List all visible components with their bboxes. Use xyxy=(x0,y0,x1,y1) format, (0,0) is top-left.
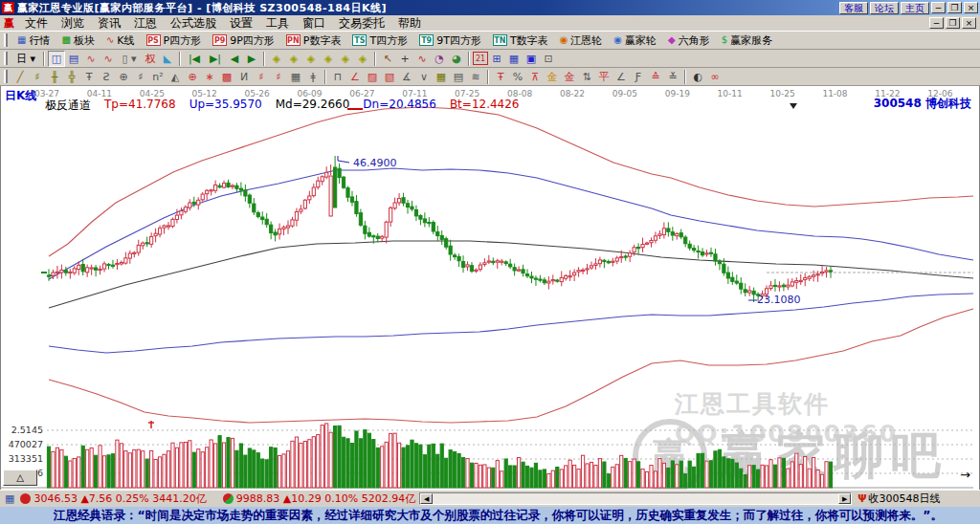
toolbar-button-pn[interactable]: PNP数字表 xyxy=(280,32,347,49)
info-panel-button-icon[interactable]: ▤ xyxy=(65,51,82,67)
pointer-tool-button-icon[interactable]: ↖ xyxy=(379,51,396,67)
toolbar-button-hexagon[interactable]: ◆六角形 xyxy=(662,32,716,49)
menu-6[interactable]: 工具 xyxy=(259,16,296,30)
scroll-right-arrow-icon[interactable]: → xyxy=(960,468,970,482)
menu-5[interactable]: 设置 xyxy=(223,16,259,30)
zoom-wide-button-icon[interactable]: ◈ xyxy=(320,51,337,67)
menu-3[interactable]: 江恩 xyxy=(127,16,164,30)
quote-grid-icon[interactable]: ▦ xyxy=(5,492,14,505)
fence-tool-icon[interactable]: ǂ xyxy=(304,69,322,85)
triangle-tool-icon[interactable]: ◭ xyxy=(167,69,184,85)
shade-tool-1-icon[interactable]: ▨ xyxy=(364,69,381,85)
minimize-button[interactable]: − xyxy=(931,2,946,13)
toolbar-button-service[interactable]: $赢家服务 xyxy=(716,32,778,49)
menu-1[interactable]: 浏览 xyxy=(55,16,91,30)
n-wave-tool-icon[interactable]: И xyxy=(235,69,253,85)
period-daily-dropdown-icon[interactable]: 日 ▾ xyxy=(11,51,40,67)
volume-panel-toggle-button[interactable]: △ xyxy=(3,469,37,486)
toolbar-grip[interactable] xyxy=(4,33,8,47)
gann-tool-button-icon[interactable]: ◔ xyxy=(431,51,448,67)
parallel-tool-icon[interactable]: 平 xyxy=(595,69,612,85)
chart-style-button-icon[interactable]: ◫ xyxy=(48,51,65,67)
toolbar-button-ts[interactable]: TST四方形 xyxy=(346,32,413,49)
zoom-right-button-icon[interactable]: ◈ xyxy=(285,51,302,67)
child-minimize-button[interactable]: − xyxy=(929,17,944,29)
forum-link-button[interactable]: 论坛 xyxy=(870,2,899,14)
menu-7[interactable]: 窗口 xyxy=(296,16,332,30)
estimate-tool-2-icon[interactable]: ≚ xyxy=(664,69,681,85)
menu-9[interactable]: 帮助 xyxy=(391,16,428,30)
shade-tool-2-icon[interactable]: ▧ xyxy=(381,69,398,85)
star-tool-icon[interactable]: ∗ xyxy=(201,69,218,85)
menu-8[interactable]: 交易委托 xyxy=(332,16,391,30)
restore-button[interactable]: ❐ xyxy=(947,2,962,13)
toolbar-button-tn[interactable]: TNT数字表 xyxy=(487,32,554,49)
square-number-tool-icon[interactable]: n² xyxy=(149,69,167,85)
candle-type-dropdown-icon[interactable]: ▯ ▾ xyxy=(117,51,142,67)
red-circle-tool-icon[interactable]: ⊕ xyxy=(184,69,201,85)
red-hash-tool-2-icon[interactable]: ♯ xyxy=(270,69,287,85)
toolbar-button-kline[interactable]: ∿K线 xyxy=(100,32,141,49)
menu-2[interactable]: 资讯 xyxy=(91,16,127,30)
menu-4[interactable]: 公式选股 xyxy=(164,16,223,30)
toolbar-button-t9[interactable]: T99T四方形 xyxy=(413,32,487,49)
fib-tool-icon[interactable]: Ƒ xyxy=(630,69,647,85)
infinity-tool-icon[interactable]: ∞ xyxy=(706,69,724,85)
keyboard-button-icon[interactable]: ▦ xyxy=(505,51,523,67)
last-page-button-icon[interactable]: ▶| xyxy=(205,51,226,67)
homepage-link-button[interactable]: 主页 xyxy=(901,2,929,14)
save-button-icon[interactable]: ▣ xyxy=(523,51,540,67)
shanghai-index-value[interactable]: 3046.53 xyxy=(33,492,78,505)
bracket-tool-icon[interactable]: ⊓ xyxy=(329,69,346,85)
kline-expand-button-icon[interactable]: ∿ xyxy=(100,51,117,67)
updown-tool-icon[interactable]: ⇅ xyxy=(578,69,595,85)
toolbar-grip[interactable] xyxy=(4,52,8,65)
shenzhen-index-icon[interactable] xyxy=(223,493,234,504)
next-button-icon[interactable]: ▶ xyxy=(243,51,260,67)
child-close-button[interactable]: × xyxy=(962,17,976,29)
estimate-tool-1-icon[interactable]: ≙ xyxy=(647,69,664,85)
grid-tool-2-icon[interactable]: ╫ xyxy=(46,69,63,85)
menu-0[interactable]: 文件 xyxy=(18,16,55,30)
first-page-button-icon[interactable]: |◀ xyxy=(184,51,205,67)
child-restore-button[interactable]: ❐ xyxy=(946,17,960,29)
toolbar-button-winner-wheel[interactable]: ◉赢家轮 xyxy=(608,32,662,49)
toolbar-button-blocks[interactable]: ▩板块 xyxy=(56,32,100,49)
shenzhen-index-value[interactable]: 9988.83 xyxy=(236,492,280,505)
export-button-icon[interactable]: ⊡ xyxy=(540,51,557,67)
toolbar-button-p9[interactable]: P99P四方形 xyxy=(207,32,280,49)
angle-fan-tool-icon[interactable]: ∠ xyxy=(346,69,364,85)
cycle-tool-button-icon[interactable]: ◕ xyxy=(448,51,465,67)
toolbar-button-grid[interactable]: ▦行情 xyxy=(11,32,56,49)
shanghai-index-icon[interactable] xyxy=(20,493,31,504)
chart-horizontal-scrollbar[interactable]: ◀ ▶ xyxy=(419,492,852,505)
angle-line-tool-icon[interactable]: ∠ xyxy=(612,69,630,85)
waves-tool-icon[interactable]: ≋ xyxy=(467,69,484,85)
chart-area[interactable]: 日K线 03-2704-1104-2505-1205-2606-0906-270… xyxy=(0,86,980,490)
hash-tool-icon[interactable]: ♯ xyxy=(132,69,149,85)
calculator-button-icon[interactable]: ⊞ xyxy=(488,51,505,67)
yinyang-tool-icon[interactable]: ◐ xyxy=(689,69,706,85)
rights-adjust-button-icon[interactable]: 权 xyxy=(142,51,159,67)
kline-compress-button-icon[interactable]: ∿ xyxy=(82,51,100,67)
kline-chart-canvas[interactable]: 2.514547002731335115667646.490023.1080 xyxy=(1,86,980,490)
zoom-all-button-icon[interactable]: ◈ xyxy=(354,51,371,67)
percent-line-tool-icon[interactable]: ⊼ xyxy=(526,69,544,85)
t-tool-icon[interactable]: Ŧ xyxy=(80,69,98,85)
s-tool-icon[interactable]: Ƨ xyxy=(98,69,115,85)
grid-tool-3-icon[interactable]: ╬ xyxy=(63,69,80,85)
toolbar-grip[interactable] xyxy=(4,70,8,83)
lines-tool-icon[interactable]: ▤ xyxy=(450,69,467,85)
red-grid-tool-icon[interactable]: ▩ xyxy=(218,69,235,85)
flag-button-icon[interactable]: ◣ xyxy=(159,51,176,67)
scrollbar-left-button[interactable]: ◀ xyxy=(420,493,433,504)
support-link-button[interactable]: 客服 xyxy=(839,2,868,14)
measure-tool-button-icon[interactable]: ∿ xyxy=(413,51,431,67)
zoom-h-button-icon[interactable]: ◈ xyxy=(302,51,320,67)
circle-cross-tool-icon[interactable]: ⊕ xyxy=(115,69,132,85)
grid-tool-1-icon[interactable]: ♯ xyxy=(29,69,46,85)
zoom-left-button-icon[interactable]: ◈ xyxy=(268,51,285,67)
pen-tool-icon[interactable]: ╱ xyxy=(11,69,29,85)
zoom-v-button-icon[interactable]: ◈ xyxy=(337,51,354,67)
percent-tool-icon[interactable]: % xyxy=(509,69,526,85)
